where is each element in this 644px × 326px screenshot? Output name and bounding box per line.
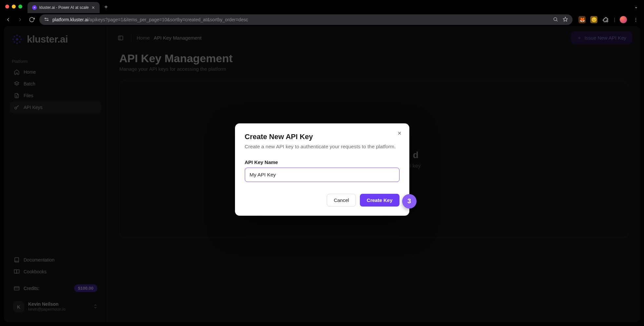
extension-icon[interactable]: 😊 [590,16,597,23]
tab-title: kluster.ai - Power AI at scale [39,5,89,10]
window-min-dot[interactable] [12,5,16,9]
browser-toolbar: platform.kluster.ai/apikeys?page=1&items… [0,13,644,26]
address-bar[interactable]: platform.kluster.ai/apikeys?page=1&items… [39,14,573,25]
modal-close-button[interactable] [395,129,404,138]
bookmark-star-icon[interactable] [563,17,568,23]
new-tab-button[interactable]: ＋ [102,2,111,11]
api-key-name-label: API Key Name [245,159,400,165]
svg-marker-3 [563,17,568,21]
extension-row: 🦊 😊 | ⋮ [578,15,640,24]
browser-menu-icon[interactable]: ⋮ [632,15,640,24]
zoom-icon[interactable] [553,17,558,23]
profile-avatar-icon[interactable] [620,16,627,23]
svg-point-1 [48,20,49,21]
extension-icon[interactable]: 🦊 [578,16,586,23]
window-close-dot[interactable] [5,5,9,9]
api-key-name-input[interactable] [245,168,400,182]
close-icon [397,131,402,136]
svg-point-2 [554,17,557,20]
window-traffic-lights [5,5,22,9]
url-path: /apikeys?page=1&items_per_page=10&sortby… [88,17,248,22]
create-api-key-modal: Create New API Key Create a new API key … [235,123,409,216]
window-max-dot[interactable] [18,5,22,9]
svg-point-0 [45,18,46,19]
nav-back-button[interactable] [4,15,12,24]
tab-close-icon[interactable]: ✕ [91,6,95,10]
modal-description: Create a new API key to authenticate you… [245,143,400,150]
nav-reload-button[interactable] [28,15,36,24]
extensions-puzzle-icon[interactable] [602,16,609,23]
browser-tab-strip: ✦ kluster.ai - Power AI at scale ✕ ＋ ⌄ [0,0,644,13]
tab-favicon-icon: ✦ [32,5,37,10]
url-domain: platform.kluster.ai [52,17,88,22]
tour-step-badge: 3 [402,194,417,208]
tab-dropdown-icon[interactable]: ⌄ [632,2,641,11]
browser-tab[interactable]: ✦ kluster.ai - Power AI at scale ✕ [28,2,100,13]
app-viewport: kluster.ai Platform Home Batch Files [4,26,640,322]
create-key-button[interactable]: Create Key [360,194,399,207]
nav-forward-button[interactable] [16,15,24,24]
modal-title: Create New API Key [245,133,400,141]
cancel-button[interactable]: Cancel [327,194,356,207]
site-settings-icon[interactable] [44,17,49,23]
